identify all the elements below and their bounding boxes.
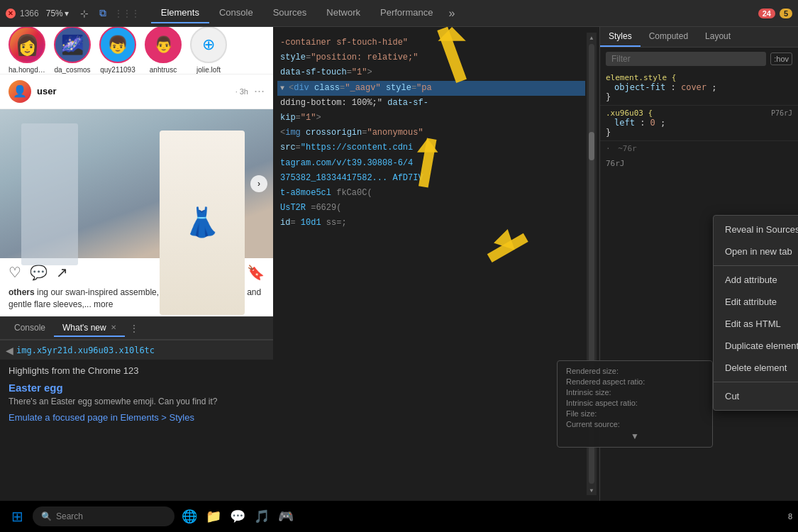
tab-network[interactable]: Network [316,3,370,23]
taskbar-app-music[interactable]: 🎵 [251,506,272,527]
ctx-divider-2 [714,382,798,382]
highlights-text: Highlights from the Chrome 123 [9,365,265,376]
style-close-brace-2: } [606,128,792,138]
avatar-add[interactable]: ⊕ [190,27,227,63]
bottom-selector-bar: ◀ img.x5yr21d.xu96u03.x10l6tc [0,340,273,360]
html-line-4[interactable]: ▼ <div class="_aagv" style="pa [277,81,585,96]
face-1: 👩 [15,33,40,57]
story-label-5: jolie.loft [196,66,221,74]
devtools-tabs: Elements Console Sources Network Perform… [151,3,461,23]
html-line-5: dding-bottom: 100%;" data-sf- [277,96,585,111]
ctx-cut[interactable]: Cut [714,385,798,407]
like-button[interactable]: ♡ [9,264,21,281]
style-prop-row-1: object-fit : cover ; [606,82,792,92]
image-info-panel: Rendered size: Rendered aspect ratio: In… [557,360,713,448]
file-size-label: File size: [566,409,597,418]
story-item-1[interactable]: 👩 ha.hongdu... [9,27,45,74]
styles-filter-input[interactable] [606,52,766,66]
bookmark-button[interactable]: 🔖 [247,264,265,281]
ctx-duplicate[interactable]: Duplicate element [714,335,798,357]
warn-badge: 5 [780,9,792,18]
hov-button[interactable]: :hov [770,52,792,65]
ctx-add-attribute[interactable]: Add attribute [714,269,798,291]
style-rule-xu96u03: .xu96u03 { P76rJ left : 0 ; } [600,106,798,141]
ctx-reveal-sources[interactable]: Reveal in Sources panel [714,218,798,240]
close-button[interactable]: ✕ [6,9,16,18]
whats-new-close[interactable]: ✕ [111,323,116,331]
story-item-2[interactable]: 🌌 da_cosmos [54,27,91,74]
avatar-4: 👨 [145,27,182,63]
share-button[interactable]: ↗ [56,264,68,281]
emulate-link[interactable]: Emulate a focused page in Elements > Sty… [9,412,194,423]
tab-styles[interactable]: Styles [600,27,641,47]
more-tabs-button[interactable]: » [443,7,460,20]
post-clothes-2 [21,123,78,265]
rendered-aspect-label: Rendered aspect ratio: [566,377,645,386]
ctx-edit-html[interactable]: Edit as HTML [714,313,798,335]
taskbar-app-chat[interactable]: 💬 [227,506,248,527]
intrinsic-aspect-label: Intrinsic aspect ratio: [566,399,638,407]
story-item-3[interactable]: 👦 quy211093 [99,27,136,74]
ctx-edit-attribute[interactable]: Edit attribute [714,291,798,313]
tab-performance[interactable]: Performance [370,3,443,23]
scroll-up-button[interactable]: ▲ [587,33,597,43]
taskbar-search[interactable]: 🔍 Search [33,506,174,526]
taskbar-time: 8 [788,512,792,521]
easter-egg-description: There's an Easter egg somewhe emoji. Can… [9,397,265,406]
rule-header-2: .xu96u03 { P76rJ [606,109,792,118]
tab-layout[interactable]: Layout [697,27,739,47]
scroll-down-button[interactable]: ▼ [587,485,597,495]
devtools-topbar: ✕ 1366 75% ▾ ⊹ ⧉ ⋮⋮⋮ Elements Console So… [0,0,798,27]
tab-whats-new[interactable]: What's new ✕ [54,320,125,337]
story-item-5[interactable]: ⊕ jolie.loft [190,27,227,74]
ctx-divider-1 [714,265,798,266]
tab-computed[interactable]: Computed [641,27,697,47]
taskbar: ⊞ 🔍 Search 🌐 📁 💬 🎵 🎮 8 [0,501,798,532]
style-rule-element: element.style { object-fit : cover ; } [600,70,798,106]
inspect-icon[interactable]: ⊹ [77,6,92,21]
device-icon[interactable]: ⧉ [96,6,110,21]
selector-nav-left[interactable]: ◀ [6,345,13,356]
tab-elements[interactable]: Elements [151,3,209,23]
ctx-open-new-tab[interactable]: Open in new tab [714,240,798,262]
styles-panel-tabs: Styles Computed Layout [600,27,798,48]
comment-button[interactable]: 💬 [30,264,48,281]
info-row-rendered-size: Rendered size: [566,367,704,375]
easter-egg-link[interactable]: Easter egg [9,382,265,394]
story-label-4: anhtrusc [150,66,177,74]
taskbar-app-browser[interactable]: 🌐 [179,506,200,527]
story-item-4[interactable]: 👨 anhtrusc [145,27,182,74]
tab-sources[interactable]: Sources [263,3,317,23]
taskbar-right: 8 [788,512,792,521]
html-line-10: 375382_18334417582... AfD7IV [277,171,585,186]
window-size: 1366 [20,9,39,18]
style-selector-element: element.style { [606,73,792,82]
taskbar-app-game[interactable]: 🎮 [275,506,297,527]
selector-text: img.x5yr21d.xu96u03.x10l6tc [16,345,155,355]
html-line-12: UsT2R =6629( [277,201,585,216]
story-label-3: quy211093 [100,66,135,74]
avatar-3: 👦 [99,27,136,63]
html-line-3: data-sf-touch="1"> [277,65,585,80]
tab-console-bottom[interactable]: Console [6,320,54,337]
taskbar-app-folder[interactable]: 📁 [203,506,224,527]
easter-egg-section: Easter egg There's an Easter egg somewhe… [9,382,265,406]
story-label-1: ha.hongdu... [9,66,45,74]
info-panel-arrow: ▼ [566,431,704,441]
start-button[interactable]: ⊞ [6,505,28,528]
tab-console[interactable]: Console [209,3,263,23]
post-next-button[interactable]: › [250,175,267,192]
taskbar-search-icon: 🔍 [41,511,52,521]
whats-new-label: What's new [62,323,106,333]
style-source-xu96u03: P76rJ [771,109,792,117]
style-selector-xu96u03: .xu96u03 { [606,109,653,118]
ctx-delete[interactable]: Delete element [714,357,798,379]
style-prop-row-2: left : 0 ; [606,118,792,128]
bottom-more-button[interactable]: ⋮ [125,323,143,334]
post-image: 👗 › [0,109,273,259]
style-strikethrough-row: · ~76r [600,141,798,156]
post-more-button[interactable]: ··· [254,84,265,99]
html-tree-panel[interactable]: -container sf-touch-hide" style="positio… [273,27,599,501]
avatar-2: 🌌 [54,27,91,63]
context-menu: Reveal in Sources panel Open in new tab … [713,215,798,411]
